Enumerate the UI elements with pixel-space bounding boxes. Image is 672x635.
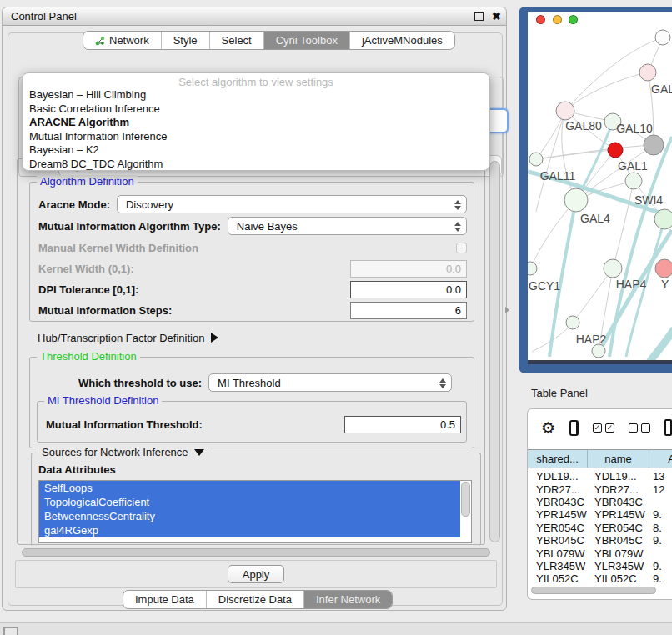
threshold-definition-title: Threshold Definition xyxy=(37,350,140,362)
bottom-tab-impute-data[interactable]: Impute Data xyxy=(123,591,207,608)
settings-vertical-scrollbar[interactable] xyxy=(489,161,500,542)
table-cell: YBR045C xyxy=(528,534,588,547)
table-header[interactable]: shared...nameA xyxy=(528,449,672,468)
hub-definition-toggle[interactable]: Hub/Transcription Factor Definition xyxy=(38,328,218,347)
dpi-tolerance-field[interactable] xyxy=(350,281,467,298)
window-close-button[interactable] xyxy=(536,15,545,24)
table-row[interactable]: YDR27...YDR27...12 xyxy=(528,482,672,495)
table-cell: YLR345W xyxy=(528,560,588,572)
table-row[interactable]: YIL052CYIL052C9. xyxy=(528,572,672,585)
table-row[interactable]: YDL19...YDL19...13 xyxy=(528,470,672,482)
network-node-gal11[interactable] xyxy=(529,152,543,166)
kernel-width-field[interactable] xyxy=(350,260,467,278)
table-horizontal-scrollbar[interactable] xyxy=(531,587,669,595)
table-panel-card: ⚙ ✓✓ shared...nameA YDL19...YDL19...13YD… xyxy=(527,408,672,600)
data-attributes-list[interactable]: SelfLoopsTopologicalCoefficientBetweenne… xyxy=(38,480,472,543)
gear-icon[interactable]: ⚙ xyxy=(541,420,555,436)
network-node-label: GAL1 xyxy=(618,159,648,172)
network-node-gal1[interactable] xyxy=(625,172,642,189)
mi-steps-field[interactable] xyxy=(350,302,467,319)
bottom-tab-bar: Impute DataDiscretize DataInfer Network xyxy=(123,590,393,609)
which-threshold-label: Which threshold to use: xyxy=(78,377,202,389)
algorithm-item-bayesian-hill-climbing[interactable]: Bayesian – Hill Climbing xyxy=(23,88,489,102)
tab-network[interactable]: Network xyxy=(83,32,162,49)
algorithm-definition-group: Algorithm Definition Aracne Mode: Discov… xyxy=(29,182,474,322)
mi-type-combo[interactable]: Naive Bayes xyxy=(228,217,467,235)
network-node[interactable] xyxy=(608,142,623,158)
tab-jactivemnodules[interactable]: jActiveMNodules xyxy=(350,32,454,49)
table-row[interactable]: YBL079WYBL079W xyxy=(528,547,672,559)
attribute-item-gal4rgexp[interactable]: gal4RGexp xyxy=(39,523,460,538)
tab-label: Select xyxy=(222,34,252,47)
network-window[interactable]: GALGAL80GAL10GAL1GAL11SWI4GAL4GCY1HAP4YH… xyxy=(519,7,672,373)
aracne-mode-label: Aracne Mode: xyxy=(38,198,110,211)
table-cell: YDL19... xyxy=(588,470,649,482)
algorithm-item-aracne-algorithm[interactable]: ARACNE Algorithm xyxy=(23,116,489,130)
control-panel-content: galFiltered.sif default node Select algo… xyxy=(8,32,503,606)
mini-window-icon[interactable] xyxy=(3,627,18,635)
network-node-gal4[interactable] xyxy=(564,188,588,212)
window-zoom-button[interactable] xyxy=(569,15,578,24)
table-row[interactable]: YLR345WYLR345W9. xyxy=(528,560,672,572)
table-row[interactable]: YBR043CYBR043C xyxy=(528,496,672,508)
select-all-checks-icon[interactable]: ✓✓ xyxy=(593,423,614,432)
attribute-items: SelfLoopsTopologicalCoefficientBetweenne… xyxy=(39,481,471,538)
network-node-gal[interactable] xyxy=(639,64,656,81)
algorithm-item-bayesian-k2[interactable]: Bayesian – K2 xyxy=(23,143,489,158)
table-row[interactable]: YER054CYER054C8. xyxy=(528,522,672,534)
bottom-tab-infer-network[interactable]: Infer Network xyxy=(304,591,392,608)
mi-threshold-row: Mutual Information Threshold: xyxy=(46,414,461,434)
network-node[interactable] xyxy=(655,30,670,45)
which-threshold-combo[interactable]: MI Threshold xyxy=(208,373,452,392)
deselect-all-checks-icon[interactable] xyxy=(629,423,650,432)
mi-threshold-group: MI Threshold Definition Mutual Informati… xyxy=(37,401,467,442)
bottom-tab-discretize-data[interactable]: Discretize Data xyxy=(207,591,304,608)
mi-type-label: Mutual Information Algorithm Type: xyxy=(38,220,221,232)
attribute-item-selfloops[interactable]: SelfLoops xyxy=(39,481,460,495)
network-node[interactable] xyxy=(644,135,664,155)
algorithm-item-dream8-dc-tdc-algorithm[interactable]: Dream8 DC_TDC Algorithm xyxy=(23,158,489,172)
tab-cyni-toolbox[interactable]: Cyni Toolbox xyxy=(264,32,350,49)
column-header-name[interactable]: name xyxy=(588,450,649,468)
table-row[interactable]: YPR145WYPR145W9. xyxy=(528,508,672,521)
network-node-gal80[interactable] xyxy=(556,102,574,120)
settings-horizontal-scrollbar[interactable] xyxy=(18,548,500,558)
aracne-mode-combo[interactable]: Discovery xyxy=(117,195,467,213)
control-panel-titlebar[interactable]: Control Panel ✖ xyxy=(3,8,506,26)
attribute-item-topologicalcoefficient[interactable]: TopologicalCoefficient xyxy=(39,495,460,509)
table-row[interactable]: YBR045CYBR045C9. xyxy=(528,534,672,547)
document-icon[interactable] xyxy=(664,419,672,436)
table-cell: 8. xyxy=(649,522,672,534)
tab-select[interactable]: Select xyxy=(210,32,264,49)
float-window-icon[interactable] xyxy=(474,12,484,21)
network-node-label: GAL10 xyxy=(616,122,653,135)
list-vertical-scrollbar[interactable] xyxy=(461,482,470,517)
apply-button[interactable]: Apply xyxy=(228,565,284,583)
network-node-label: SWI4 xyxy=(634,193,663,207)
algorithm-item-mutual-information-inference[interactable]: Mutual Information Inference xyxy=(23,130,489,144)
splitter-collapse-icon[interactable] xyxy=(505,307,509,313)
network-canvas[interactable]: GALGAL80GAL10GAL1GAL11SWI4GAL4GCY1HAP4YH… xyxy=(528,12,672,360)
network-node-hap2[interactable] xyxy=(566,316,579,329)
manual-kernel-checkbox[interactable] xyxy=(456,242,467,253)
network-node[interactable] xyxy=(592,344,605,358)
column-header-a[interactable]: A xyxy=(649,450,672,468)
network-node-y[interactable] xyxy=(655,259,672,278)
window-minimize-button[interactable] xyxy=(553,15,562,24)
network-node-swi4[interactable] xyxy=(654,209,672,229)
mi-threshold-field[interactable] xyxy=(344,416,461,433)
dpi-tolerance-label: DPI Tolerance [0,1]: xyxy=(38,283,138,296)
sources-title-row[interactable]: Sources for Network Inference xyxy=(38,446,208,458)
attribute-item-betweennesscentrality[interactable]: BetweennessCentrality xyxy=(39,509,460,523)
network-node-gcy1[interactable] xyxy=(528,262,537,275)
tab-style[interactable]: Style xyxy=(162,32,210,49)
kernel-width-row: Kernel Width (0,1): xyxy=(38,258,467,278)
column-header-shared[interactable]: shared... xyxy=(528,450,588,468)
algorithm-item-basic-correlation-inference[interactable]: Basic Correlation Inference xyxy=(23,102,489,117)
network-node-label: GAL80 xyxy=(565,119,602,132)
apply-bar: Apply xyxy=(15,560,497,588)
close-icon[interactable]: ✖ xyxy=(492,12,501,21)
network-node-hap4[interactable] xyxy=(604,259,622,278)
columns-icon[interactable] xyxy=(569,420,579,436)
table-cell: 9. xyxy=(649,508,672,521)
